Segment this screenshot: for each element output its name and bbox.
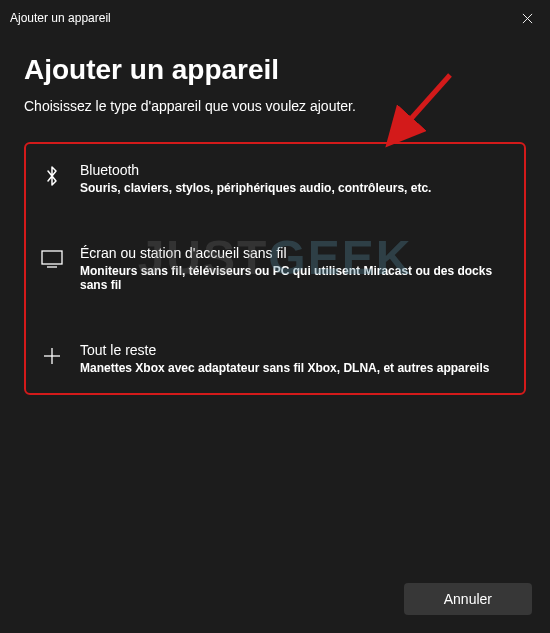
separator: [26, 306, 524, 328]
page-subtitle: Choisissez le type d'appareil que vous v…: [24, 98, 526, 114]
option-text: Bluetooth Souris, claviers, stylos, péri…: [80, 162, 510, 195]
svg-rect-2: [42, 251, 62, 264]
option-title: Bluetooth: [80, 162, 510, 178]
option-text: Tout le reste Manettes Xbox avec adaptat…: [80, 342, 510, 375]
option-everything-else[interactable]: Tout le reste Manettes Xbox avec adaptat…: [26, 328, 524, 389]
page-title: Ajouter un appareil: [24, 54, 526, 86]
option-description: Moniteurs sans fil, téléviseurs ou PC qu…: [80, 264, 510, 292]
dialog-footer: Annuler: [404, 583, 532, 615]
display-icon: [40, 247, 64, 271]
option-title: Écran ou station d'accueil sans fil: [80, 245, 510, 261]
titlebar: Ajouter un appareil: [0, 0, 550, 36]
option-wireless-display[interactable]: Écran ou station d'accueil sans fil Moni…: [26, 231, 524, 306]
option-bluetooth[interactable]: Bluetooth Souris, claviers, stylos, péri…: [26, 148, 524, 209]
option-text: Écran ou station d'accueil sans fil Moni…: [80, 245, 510, 292]
option-description: Souris, claviers, stylos, périphériques …: [80, 181, 510, 195]
dialog-content: Ajouter un appareil Choisissez le type d…: [0, 36, 550, 395]
separator: [26, 209, 524, 231]
cancel-button[interactable]: Annuler: [404, 583, 532, 615]
window-title: Ajouter un appareil: [10, 11, 111, 25]
bluetooth-icon: [40, 164, 64, 188]
option-description: Manettes Xbox avec adaptateur sans fil X…: [80, 361, 510, 375]
close-icon: [522, 13, 533, 24]
device-options-highlight-box: Bluetooth Souris, claviers, stylos, péri…: [24, 142, 526, 395]
close-button[interactable]: [504, 0, 550, 36]
option-title: Tout le reste: [80, 342, 510, 358]
plus-icon: [40, 344, 64, 368]
